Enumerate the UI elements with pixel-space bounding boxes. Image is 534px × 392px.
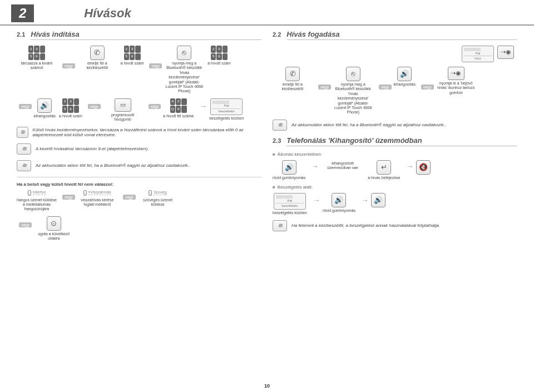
bluetooth-handset-icon: ⎋ (177, 46, 191, 60)
caption: rövid gombnyomás (323, 209, 355, 213)
noanswer-heading: Ha a belső vagy külső hívott fél nem vál… (17, 182, 261, 187)
or-badge: vagy (88, 104, 101, 109)
or-badge: vagy (19, 222, 32, 227)
hangup-icon: ↵ (377, 160, 391, 175)
note-lift-handset: ≋ Ha felemeli a kézibeszélőt, a beszélge… (273, 220, 517, 231)
softkey-label: Interfon (33, 190, 46, 195)
caption: visszahívás kérése foglalt mellékről (77, 198, 117, 207)
section-title: Hívás fogadása (286, 30, 517, 40)
note-text: Ha felemeli a kézibeszélőt, a beszélgeté… (291, 223, 440, 228)
handsfree-during-row: Pál beszéletés beszélgetés közben → 🔊 rö… (273, 193, 517, 215)
speaker-icon: 🔊 (282, 160, 296, 175)
section-number: 2.3 (273, 137, 281, 144)
step-bluetooth: ⎋ nyomja meg a Bluetooth® készülék 'hívá… (333, 67, 373, 115)
step-inconv: Pál beszéletés beszélgetés közben (209, 98, 244, 121)
step-dial: 23 56 tárcsázza a kívánt számot (17, 46, 57, 71)
line-key-icon: ⇢◉ (448, 67, 464, 80)
caption: a hívott szám (59, 114, 82, 118)
phone-display: Pál hívó (462, 46, 494, 62)
note-icon: ≋ (273, 120, 287, 131)
softkey-text: Szoveg (149, 190, 166, 196)
note-operator: ≋ A kezelő hívásához tárcsázzon 9-et (al… (17, 143, 261, 155)
step-pickup: ✆ emelje fel a kézibeszélőt (273, 67, 313, 92)
caption: nyomja meg a Bluetooth® készülék 'hívás … (164, 61, 204, 94)
or-badge: vagy (123, 195, 136, 200)
step-directory: AZ QS a hívott fél száma (163, 98, 194, 118)
speaker-off-icon: 🔇 (416, 160, 431, 175)
speaker-on-icon: 🔊 (371, 193, 385, 207)
phone-display: Pál beszéletés (274, 193, 306, 210)
display-sub: beszéletés (275, 203, 304, 208)
incoming-display-row: Pál hívó ⇢◉ (273, 46, 517, 62)
caption: a hívott fél száma (163, 114, 194, 118)
section-number: 2.2 (273, 31, 281, 38)
note-icon: ≋ (17, 143, 31, 155)
label-text: Beszélgetés alatt: (278, 185, 313, 190)
keypad-icon: 23 56 (211, 46, 228, 60)
note-icon: ≋ (273, 220, 287, 231)
arrow-icon: → (361, 196, 369, 205)
content-columns: 2.1 Hívás indítása 23 56 tárcsázza a kív… (0, 30, 534, 245)
caption: ugrás a következő oldalra (34, 232, 74, 241)
note-bluetooth-charge: ≋ Az akkumulátor akkor tölt fel, ha a Bl… (17, 160, 261, 171)
outgoing-row-1: 23 56 tárcsázza a kívánt számot vagy ✆ e… (17, 46, 261, 94)
caption: hangos üzenet küldése a mellékállomás ha… (17, 198, 57, 212)
page-number: 10 (0, 383, 534, 389)
caption: a hívott szám (121, 61, 144, 66)
speaker-icon: 🔊 (332, 193, 346, 207)
section-title: Hívás indítása (31, 30, 261, 40)
step-pickup: ✆ emelje fel a kézibeszélőt (77, 46, 117, 71)
or-badge: vagy (379, 85, 392, 90)
softkey-callback: ¤Visszahívás (83, 190, 111, 196)
step-progkey: ▭ programozott hívógomb (103, 98, 143, 122)
step-callback: ¤Visszahívás visszahívás kérése foglalt … (77, 190, 117, 207)
step-broadcast: Interfon hangos üzenet küldése a melléká… (17, 190, 57, 212)
step-number3: 23 56 a hívott szám (59, 98, 82, 118)
section-2-1-head: 2.1 Hívás indítása (17, 30, 261, 40)
caption: programozott hívógomb (103, 113, 143, 122)
or-badge: vagy (421, 85, 434, 90)
display-sub: beszéletés (212, 108, 241, 113)
nav-right-icon: ⊙ (47, 216, 61, 231)
idle-label: ■Állomás készenlétben: (273, 152, 517, 157)
caption: a hívott szám (207, 61, 231, 66)
note-icon: ≋ (17, 160, 31, 171)
step-textmsg: Szoveg szöveges üzenet küldése (138, 190, 178, 207)
or-badge: vagy (149, 104, 161, 109)
softkey-interfon: Interfon (28, 190, 46, 196)
step-number1: 23 56 a hívott szám (121, 46, 144, 66)
outgoing-row-2: vagy 🔊 kihangosítás 23 56 a hívott szám … (17, 98, 261, 122)
caption: nyomja le a 'bejövő hívás' ikonhoz tarto… (436, 81, 476, 95)
section-title: Telefonálás 'Kihangosító' üzemmódban (286, 136, 517, 146)
handset-icon: ✆ (90, 46, 105, 60)
note-external-access: ≋ Külső hívás kezdeményezésekor, tárcsáz… (17, 127, 261, 138)
or-badge: vagy (62, 63, 75, 68)
arrow-icon: → (311, 162, 319, 171)
right-column: 2.2 Hívás fogadása Pál hívó ⇢◉ ✆ emelje … (267, 30, 523, 245)
step-speaker-press: 🔊 rövid gombnyomás (273, 160, 305, 180)
step-hangup: ↵ a hívás befejezése (368, 160, 400, 180)
arrow-icon: → (406, 162, 414, 171)
softkey-label: ¤Visszahívás (88, 190, 111, 195)
incoming-call-icon: ⇢◉ (497, 46, 514, 59)
display-caller: Pál (212, 104, 241, 108)
step-bluetooth: ⎋ nyomja meg a Bluetooth® készülék 'hívá… (164, 46, 204, 94)
or-badge: vagy (62, 195, 75, 200)
or-badge: vagy (318, 85, 331, 90)
step-nextpage: ⊙ ugrás a következő oldalra (34, 216, 74, 241)
step-muted: 🔇 (416, 160, 431, 175)
note-bluetooth-charge-r: ≋ Az akkumulátor akkor tölt fel, ha a Bl… (273, 120, 517, 131)
caption: nyomja meg a Bluetooth® készülék 'hívás … (333, 82, 373, 115)
caption: tárcsázza a kívánt számot (17, 61, 57, 71)
arrow-icon: → (199, 102, 207, 111)
bluetooth-handset-icon: ⎋ (346, 67, 360, 81)
note-text: Az akkumulátor akkor tölt fel, ha a Blue… (291, 122, 446, 127)
during-label: ■Beszélgetés alatt: (273, 185, 517, 190)
note-text: A kezelő hívásához tárcsázzon 9-et (alap… (36, 146, 149, 151)
incoming-display: Pál hívó (462, 46, 494, 62)
alpha-keys-icon: AZ QS (170, 98, 187, 113)
note-text: Az akkumulátor akkor tölt fel, ha a Blue… (36, 163, 190, 168)
chapter-number: 2 (11, 4, 34, 22)
nextpage-row: vagy ⊙ ugrás a következő oldalra (17, 216, 261, 241)
speaker-icon: 🔊 (397, 67, 412, 81)
